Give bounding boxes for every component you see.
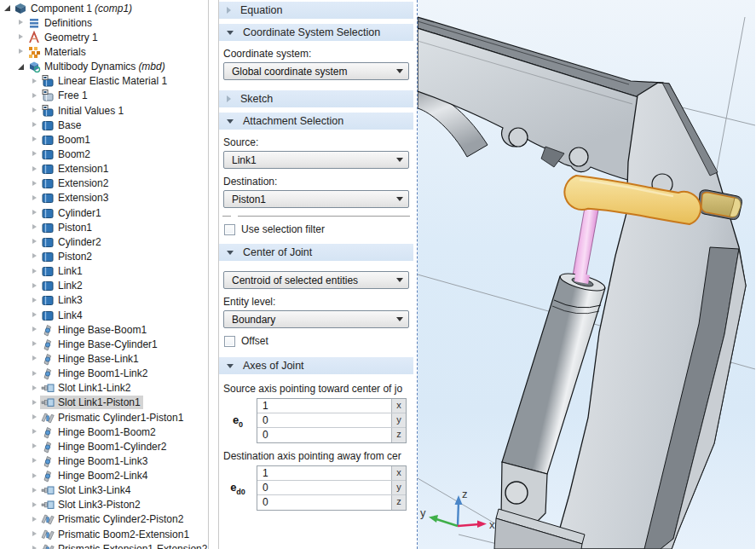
- tree-item-component-1[interactable]: Component 1(comp1): [0, 1, 208, 15]
- tree-collapse-arrow-icon[interactable]: [31, 398, 40, 407]
- tree-item-base[interactable]: Base: [0, 118, 208, 132]
- tree-item-linear-elastic-material-1[interactable]: Linear Elastic Material 1: [0, 74, 208, 89]
- tree-expand-arrow-icon[interactable]: [17, 62, 26, 72]
- tree-collapse-arrow-icon[interactable]: [31, 281, 40, 291]
- tree-item-content[interactable]: Free 1: [40, 89, 90, 102]
- tree-item-hinge-boom2-link4[interactable]: Hinge Boom2-Link4: [0, 469, 208, 483]
- tree-item-content[interactable]: Link1: [40, 264, 85, 278]
- tree-item-cylinder2[interactable]: Cylinder2: [0, 234, 208, 249]
- tree-item-prismatic-cylinder1-piston1[interactable]: Prismatic Cylinder1-Piston1: [0, 410, 208, 425]
- tree-collapse-arrow-icon[interactable]: [31, 369, 40, 379]
- tree-item-content[interactable]: Base: [40, 118, 84, 132]
- tree-item-content[interactable]: Hinge Boom1-Link2: [40, 367, 150, 380]
- graphics-window[interactable]: z y x: [417, 0, 755, 549]
- tree-collapse-arrow-icon[interactable]: [31, 91, 40, 101]
- tree-item-content[interactable]: Link4: [40, 309, 85, 322]
- section-equation[interactable]: Equation: [219, 2, 413, 19]
- section-coordinate-system-selection[interactable]: Coordinate System Selection: [219, 24, 413, 41]
- tree-collapse-arrow-icon[interactable]: [31, 310, 40, 320]
- e0-y-input[interactable]: 0: [257, 413, 391, 427]
- tree-item-content[interactable]: Extension1: [40, 162, 111, 176]
- tree-item-prismatic-boom2-extension1[interactable]: Prismatic Boom2-Extension1: [0, 527, 208, 541]
- tree-item-materials[interactable]: Materials: [0, 44, 208, 59]
- tree-item-hinge-base-boom1[interactable]: Hinge Base-Boom1: [0, 322, 208, 337]
- tree-item-content[interactable]: Slot Link3-Link4: [40, 483, 133, 497]
- tree-item-piston2[interactable]: Piston2: [0, 249, 208, 263]
- tree-item-link4[interactable]: Link4: [0, 308, 208, 322]
- tree-collapse-arrow-icon[interactable]: [31, 529, 40, 539]
- boom-pin-1[interactable]: [509, 128, 528, 147]
- tree-item-geometry-1[interactable]: Geometry 1: [0, 30, 208, 44]
- section-center-of-joint[interactable]: Center of Joint: [219, 244, 413, 261]
- tree-collapse-arrow-icon[interactable]: [31, 135, 40, 144]
- tree-item-content[interactable]: Extension2: [40, 176, 111, 190]
- tree-item-slot-link3-link4[interactable]: Slot Link3-Link4: [0, 483, 208, 498]
- tree-item-content[interactable]: Piston1: [40, 221, 95, 234]
- tree-item-content[interactable]: Definitions: [26, 16, 95, 30]
- tree-collapse-arrow-icon[interactable]: [31, 325, 40, 334]
- tree-item-content[interactable]: Piston2: [40, 250, 95, 263]
- tree-item-link2[interactable]: Link2: [0, 279, 208, 293]
- tree-item-content[interactable]: Hinge Base-Link1: [40, 352, 141, 366]
- tree-item-link3[interactable]: Link3: [0, 293, 208, 308]
- tree-item-initial-values-1[interactable]: Initial Values 1: [0, 103, 208, 118]
- tree-collapse-arrow-icon[interactable]: [31, 442, 40, 451]
- tree-item-slot-link3-piston2[interactable]: Slot Link3-Piston2: [0, 498, 208, 512]
- tree-item-prismatic-cylinder2-piston2[interactable]: Prismatic Cylinder2-Piston2: [0, 512, 208, 527]
- tree-collapse-arrow-icon[interactable]: [31, 165, 40, 174]
- tree-collapse-arrow-icon[interactable]: [17, 47, 26, 56]
- tree-collapse-arrow-icon[interactable]: [31, 427, 40, 436]
- tree-collapse-arrow-icon[interactable]: [17, 18, 26, 27]
- tree-item-content[interactable]: Prismatic Cylinder2-Piston2: [40, 512, 186, 526]
- tree-item-free-1[interactable]: Free 1: [0, 89, 208, 103]
- tree-collapse-arrow-icon[interactable]: [31, 384, 40, 393]
- tree-item-content[interactable]: Linear Elastic Material 1: [40, 74, 170, 88]
- e0-z-input[interactable]: 0: [257, 428, 391, 442]
- tree-item-boom1[interactable]: Boom1: [0, 132, 208, 147]
- tree-collapse-arrow-icon[interactable]: [31, 456, 40, 465]
- tree-item-content[interactable]: Boom1: [40, 133, 93, 147]
- center-of-joint-select[interactable]: Centroid of selected entities: [223, 271, 409, 289]
- tree-item-content[interactable]: Initial Values 1: [40, 104, 126, 118]
- tree-item-multibody-dynamics[interactable]: Multibody Dynamics(mbd): [0, 60, 208, 74]
- tree-item-hinge-boom1-cylinder2[interactable]: Hinge Boom1-Cylinder2: [0, 439, 208, 454]
- tree-collapse-arrow-icon[interactable]: [31, 120, 40, 130]
- tree-item-content[interactable]: Geometry 1: [26, 31, 101, 44]
- ed0-x-input[interactable]: 1: [257, 466, 391, 480]
- tree-item-content[interactable]: Boom2: [40, 147, 93, 161]
- tree-expand-arrow-icon[interactable]: [3, 3, 13, 13]
- tree-item-content[interactable]: Hinge Boom1-Boom2: [40, 425, 159, 439]
- e0-x-input[interactable]: 1: [257, 399, 391, 413]
- tree-collapse-arrow-icon[interactable]: [31, 339, 40, 349]
- tree-item-extension2[interactable]: Extension2: [0, 176, 208, 191]
- ed0-z-input[interactable]: 0: [257, 495, 391, 510]
- tree-collapse-arrow-icon[interactable]: [31, 471, 40, 481]
- tree-collapse-arrow-icon[interactable]: [31, 296, 40, 305]
- tree-collapse-arrow-icon[interactable]: [31, 222, 40, 232]
- tree-item-content[interactable]: Hinge Base-Cylinder1: [40, 338, 160, 351]
- tree-item-hinge-boom1-boom2[interactable]: Hinge Boom1-Boom2: [0, 425, 208, 439]
- tree-item-content[interactable]: Cylinder2: [40, 235, 104, 249]
- tree-collapse-arrow-icon[interactable]: [31, 194, 40, 203]
- tree-item-hinge-boom1-link2[interactable]: Hinge Boom1-Link2: [0, 367, 208, 381]
- tree-collapse-arrow-icon[interactable]: [31, 149, 40, 159]
- tree-item-content[interactable]: Hinge Base-Boom1: [40, 323, 149, 337]
- boom-pin-2[interactable]: [569, 147, 588, 166]
- tree-collapse-arrow-icon[interactable]: [31, 354, 40, 363]
- tree-collapse-arrow-icon[interactable]: [31, 413, 40, 422]
- tree-item-content[interactable]: Link3: [40, 293, 85, 307]
- tree-item-content[interactable]: Slot Link3-Piston2: [40, 498, 143, 511]
- tree-collapse-arrow-icon[interactable]: [31, 486, 40, 495]
- section-sketch[interactable]: Sketch: [219, 90, 413, 107]
- tree-item-content[interactable]: Slot Link1-Link2: [40, 381, 133, 395]
- tree-collapse-arrow-icon[interactable]: [17, 32, 26, 42]
- tree-collapse-arrow-icon[interactable]: [31, 267, 40, 276]
- tree-collapse-arrow-icon[interactable]: [31, 544, 40, 549]
- tree-collapse-arrow-icon[interactable]: [31, 500, 40, 510]
- tree-item-content[interactable]: Prismatic Extension1-Extension2: [40, 542, 208, 549]
- tree-item-cylinder1[interactable]: Cylinder1: [0, 205, 208, 220]
- section-attachment-selection[interactable]: Attachment Selection: [219, 113, 413, 130]
- tree-item-extension3[interactable]: Extension3: [0, 191, 208, 205]
- tree-item-content[interactable]: Component 1(comp1): [13, 2, 135, 15]
- tree-item-content[interactable]: Slot Link1-Piston1: [40, 396, 143, 409]
